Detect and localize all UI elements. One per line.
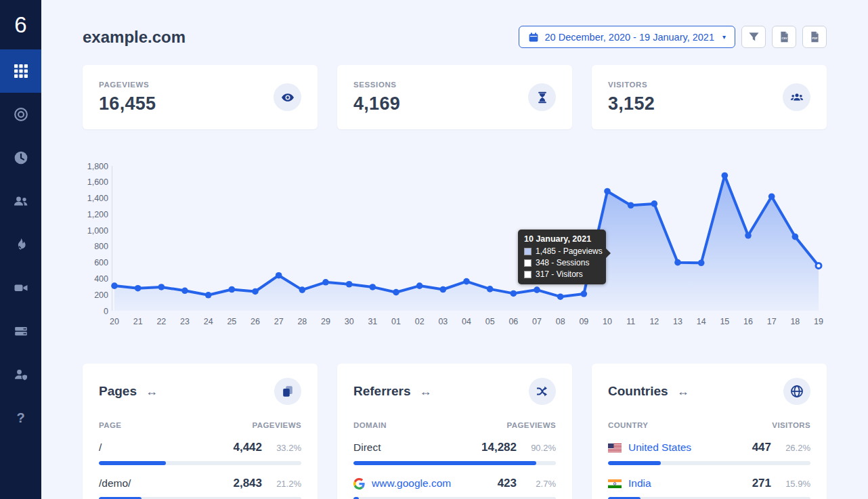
progress-track bbox=[353, 461, 556, 465]
table-header: DOMAIN PAGEVIEWS bbox=[353, 421, 556, 429]
export-csv-button[interactable]: CSV bbox=[772, 26, 796, 48]
copy-pages-icon[interactable] bbox=[274, 378, 301, 405]
table-row: United States 447 26.2% bbox=[608, 441, 810, 465]
globe-icon[interactable] bbox=[783, 378, 810, 405]
country-link[interactable]: United States bbox=[608, 441, 752, 454]
panel-title: Pages bbox=[99, 384, 137, 399]
swap-metric-icon[interactable]: ↔ bbox=[146, 385, 158, 399]
bottom-panels: Pages ↔ PAGE PAGEVIEWS / 4,442 33.2% bbox=[83, 364, 827, 499]
tooltip-row-visitors: 317 - Visitors bbox=[524, 269, 600, 279]
sidebar-item-servers[interactable] bbox=[0, 309, 41, 353]
svg-text:03: 03 bbox=[438, 317, 448, 326]
toolbar: 20 December, 2020 - 19 January, 2021 ▾ C… bbox=[519, 26, 827, 48]
tooltip-row-pageviews: 1,485 - Pageviews bbox=[524, 246, 600, 256]
shuffle-icon[interactable] bbox=[529, 378, 556, 405]
stat-label: SESSIONS bbox=[353, 81, 400, 89]
tooltip-label: 348 - Sessions bbox=[536, 258, 589, 267]
row-value: 423 bbox=[498, 477, 517, 490]
progress-fill bbox=[99, 461, 166, 465]
sidebar-item-realtime[interactable] bbox=[0, 93, 41, 136]
svg-text:06: 06 bbox=[508, 317, 518, 326]
progress-track bbox=[99, 461, 301, 465]
svg-text:0: 0 bbox=[104, 307, 108, 316]
tooltip-label: 1,485 - Pageviews bbox=[536, 246, 603, 256]
svg-text:14: 14 bbox=[697, 317, 706, 326]
date-range-picker[interactable]: 20 December, 2020 - 19 January, 2021 ▾ bbox=[519, 26, 735, 48]
tooltip-row-sessions: 348 - Sessions bbox=[524, 258, 600, 267]
svg-text:26: 26 bbox=[251, 317, 260, 326]
sidebar-item-time[interactable] bbox=[0, 136, 41, 179]
country-link[interactable]: India bbox=[608, 477, 752, 490]
sidebar-item-account[interactable] bbox=[0, 353, 41, 396]
svg-text:09: 09 bbox=[579, 317, 588, 326]
referrer-domain: Direct bbox=[353, 441, 481, 454]
tooltip-label: 317 - Visitors bbox=[536, 269, 583, 279]
panel-title: Referrers bbox=[353, 384, 411, 399]
chevron-down-icon: ▾ bbox=[722, 33, 726, 41]
pages-panel: Pages ↔ PAGE PAGEVIEWS / 4,442 33.2% bbox=[83, 364, 318, 499]
stat-value: 3,152 bbox=[608, 93, 655, 114]
us-flag-icon bbox=[608, 443, 622, 452]
sidebar-item-help[interactable]: ? bbox=[0, 396, 41, 439]
question-mark-icon: ? bbox=[16, 410, 24, 426]
people-icon bbox=[783, 83, 810, 111]
svg-text:200: 200 bbox=[94, 290, 108, 300]
table-row: / 4,442 33.2% bbox=[99, 441, 301, 465]
sidebar-item-visitors[interactable] bbox=[0, 179, 41, 223]
stat-value: 16,455 bbox=[99, 93, 156, 114]
row-percent: 21.2% bbox=[262, 479, 301, 489]
col-name: PAGE bbox=[99, 421, 121, 429]
progress-fill bbox=[608, 461, 661, 465]
dashboard-grid-icon bbox=[14, 64, 28, 79]
swap-metric-icon[interactable]: ↔ bbox=[420, 385, 432, 399]
table-row: /demo/ 2,843 21.2% bbox=[99, 477, 301, 499]
country-text: India bbox=[628, 477, 651, 490]
app-logo: 6 bbox=[0, 0, 41, 49]
row-percent: 33.2% bbox=[262, 443, 301, 453]
svg-text:01: 01 bbox=[391, 317, 401, 326]
referrer-domain-link[interactable]: www.google.com bbox=[353, 477, 498, 490]
hourglass-icon bbox=[528, 83, 556, 111]
progress-track bbox=[608, 461, 810, 465]
svg-text:15: 15 bbox=[720, 317, 729, 326]
server-icon bbox=[14, 324, 28, 339]
users-icon bbox=[14, 194, 28, 209]
panel-title: Countries bbox=[608, 384, 668, 399]
svg-text:24: 24 bbox=[204, 317, 213, 326]
domain-text: www.google.com bbox=[372, 477, 451, 490]
svg-text:31: 31 bbox=[368, 317, 377, 326]
csv-file-icon: CSV bbox=[779, 31, 790, 43]
svg-text:1,400: 1,400 bbox=[87, 194, 108, 203]
sidebar-item-heatmap[interactable] bbox=[0, 223, 41, 266]
stat-cards: PAGEVIEWS 16,455 SESSIONS 4,169 bbox=[83, 65, 827, 129]
row-percent: 15.9% bbox=[771, 479, 810, 489]
stat-label: VISITORS bbox=[608, 81, 655, 89]
flame-icon bbox=[14, 237, 28, 252]
svg-text:13: 13 bbox=[673, 317, 682, 326]
pageviews-swatch bbox=[524, 248, 531, 255]
row-value: 447 bbox=[752, 441, 771, 454]
bullseye-icon bbox=[14, 107, 28, 122]
row-value: 2,843 bbox=[233, 477, 262, 490]
svg-text:02: 02 bbox=[415, 317, 425, 326]
row-value: 4,442 bbox=[233, 441, 262, 454]
sidebar-item-recordings[interactable] bbox=[0, 266, 41, 309]
svg-text:05: 05 bbox=[485, 317, 495, 326]
visitors-swatch bbox=[524, 271, 531, 278]
svg-text:19: 19 bbox=[814, 317, 823, 326]
svg-text:21: 21 bbox=[133, 317, 143, 326]
svg-text:25: 25 bbox=[227, 317, 236, 326]
row-percent: 26.2% bbox=[771, 443, 810, 453]
svg-text:600: 600 bbox=[94, 258, 108, 267]
filter-button[interactable] bbox=[741, 26, 766, 48]
sidebar: 6 bbox=[0, 0, 41, 499]
traffic-chart-svg[interactable]: 02004006008001,0001,2001,4001,6001,80020… bbox=[83, 155, 826, 330]
row-percent: 90.2% bbox=[517, 443, 556, 453]
swap-metric-icon[interactable]: ↔ bbox=[677, 385, 689, 399]
svg-text:08: 08 bbox=[556, 317, 565, 326]
export-pdf-button[interactable]: PDF bbox=[802, 26, 827, 48]
sidebar-item-dashboard[interactable] bbox=[0, 49, 41, 93]
svg-text:23: 23 bbox=[180, 317, 190, 326]
svg-text:400: 400 bbox=[94, 274, 108, 284]
svg-text:PDF: PDF bbox=[812, 37, 817, 40]
